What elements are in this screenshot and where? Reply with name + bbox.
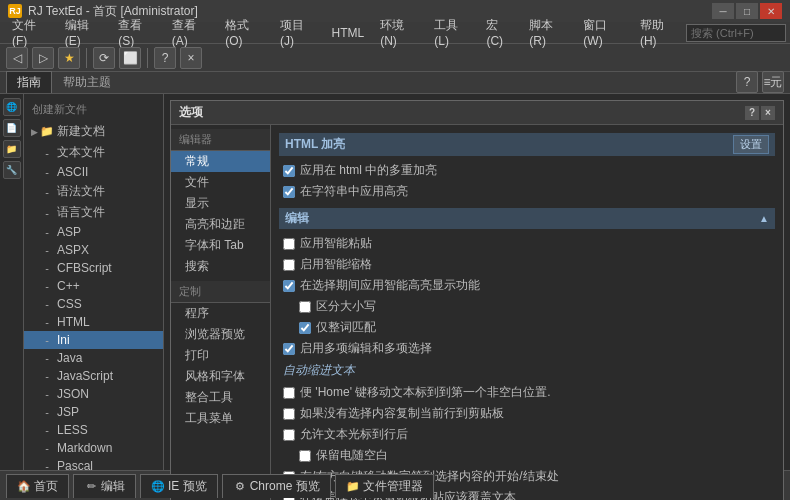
dialog-title-controls: ? × bbox=[745, 106, 775, 120]
dlg-item-file[interactable]: 文件 bbox=[171, 172, 270, 193]
checkbox-html-string[interactable] bbox=[283, 186, 295, 198]
dlg-section-custom: 定制 bbox=[171, 281, 270, 303]
file-icon-ini: - bbox=[40, 333, 54, 347]
check-smart-indent: 启用智能缩格 bbox=[279, 254, 775, 275]
sidebar-item-asp[interactable]: - ASP bbox=[24, 223, 163, 241]
search-input[interactable] bbox=[686, 24, 786, 42]
dlg-item-font-tab[interactable]: 字体和 Tab bbox=[171, 235, 270, 256]
checkbox-smart-indent[interactable] bbox=[283, 259, 295, 271]
sidebar-section-create: 创建新文件 bbox=[24, 98, 163, 121]
menu-view2[interactable]: 查看(A) bbox=[164, 22, 217, 44]
sidebar-item-json[interactable]: - JSON bbox=[24, 385, 163, 403]
sidebar-item-css[interactable]: - CSS bbox=[24, 295, 163, 313]
sidebar-item-cfbscript[interactable]: - CFBScript bbox=[24, 259, 163, 277]
sidebar-item-lang[interactable]: - 语言文件 bbox=[24, 202, 163, 223]
tab-menu-btn[interactable]: ≡元 bbox=[762, 71, 784, 93]
sidebar-item-syntax[interactable]: - 语法文件 bbox=[24, 181, 163, 202]
check-allow-cursor-label: 允许文本光标到行后 bbox=[300, 426, 408, 443]
menu-html[interactable]: HTML bbox=[323, 22, 372, 44]
nav-icon-1[interactable]: 🌐 bbox=[3, 98, 21, 116]
sidebar-item-markdown[interactable]: - Markdown bbox=[24, 439, 163, 457]
menu-view1[interactable]: 查看(S) bbox=[110, 22, 163, 44]
sidebar-item-js[interactable]: - JavaScript bbox=[24, 367, 163, 385]
dlg-item-search[interactable]: 搜索 bbox=[171, 256, 270, 277]
menu-format[interactable]: 格式(O) bbox=[217, 22, 272, 44]
checkbox-smart-highlight[interactable] bbox=[283, 280, 295, 292]
check-smart-paste-label: 应用智能粘贴 bbox=[300, 235, 372, 252]
stop-button[interactable]: ⬜ bbox=[119, 47, 141, 69]
checkbox-multi-edit[interactable] bbox=[283, 343, 295, 355]
sidebar-item-less[interactable]: - LESS bbox=[24, 421, 163, 439]
help-button[interactable]: ? bbox=[154, 47, 176, 69]
nav-icon-3[interactable]: 📁 bbox=[3, 140, 21, 158]
dlg-item-general[interactable]: 常规 bbox=[171, 151, 270, 172]
status-tab-filemanager[interactable]: 📁 文件管理器 bbox=[335, 474, 434, 498]
checkbox-case-sensitive[interactable] bbox=[299, 301, 311, 313]
status-tab-home[interactable]: 🏠 首页 bbox=[6, 474, 69, 498]
sidebar-item-new-doc[interactable]: ▶ 📁 新建文档 bbox=[24, 121, 163, 142]
menu-env[interactable]: 环境(N) bbox=[372, 22, 426, 44]
refresh-button[interactable]: ⟳ bbox=[93, 47, 115, 69]
status-tab-ie[interactable]: 🌐 IE 预览 bbox=[140, 474, 218, 498]
nav-icon-4[interactable]: 🔧 bbox=[3, 161, 21, 179]
sidebar-item-jsp[interactable]: - JSP bbox=[24, 403, 163, 421]
menu-file[interactable]: 文件(F) bbox=[4, 22, 57, 44]
bookmark-button[interactable]: ★ bbox=[58, 47, 80, 69]
menu-window[interactable]: 窗口(W) bbox=[575, 22, 632, 44]
sidebar-item-ini[interactable]: - Ini bbox=[24, 331, 163, 349]
sidebar-item-ascii[interactable]: - ASCII bbox=[24, 163, 163, 181]
checkbox-preserve-ws[interactable] bbox=[299, 450, 311, 462]
dlg-item-display[interactable]: 显示 bbox=[171, 193, 270, 214]
file-icon-cpp: - bbox=[40, 279, 54, 293]
tab-help-btn[interactable]: ? bbox=[736, 71, 758, 93]
menu-macro[interactable]: 宏(C) bbox=[478, 22, 521, 44]
close-button[interactable]: ✕ bbox=[760, 3, 782, 19]
sidebar-item-pascal[interactable]: - Pascal bbox=[24, 457, 163, 470]
dlg-item-browser-preview[interactable]: 浏览器预览 bbox=[171, 324, 270, 345]
checkbox-allow-cursor[interactable] bbox=[283, 429, 295, 441]
back-button[interactable]: ◁ bbox=[6, 47, 28, 69]
menu-tools[interactable]: 工具(L) bbox=[426, 22, 478, 44]
close-panel-button[interactable]: × bbox=[180, 47, 202, 69]
status-tab-edit[interactable]: ✏ 编辑 bbox=[73, 474, 136, 498]
menu-edit[interactable]: 编辑(E) bbox=[57, 22, 110, 44]
sidebar-item-text[interactable]: - 文本文件 bbox=[24, 142, 163, 163]
check-multi-edit: 启用多项编辑和多项选择 bbox=[279, 338, 775, 359]
checkbox-home-key[interactable] bbox=[283, 387, 295, 399]
dialog-help-btn[interactable]: ? bbox=[745, 106, 759, 120]
minimize-button[interactable]: ─ bbox=[712, 3, 734, 19]
dlg-item-print[interactable]: 打印 bbox=[171, 345, 270, 366]
maximize-button[interactable]: □ bbox=[736, 3, 758, 19]
menu-script[interactable]: 脚本(R) bbox=[521, 22, 575, 44]
forward-button[interactable]: ▷ bbox=[32, 47, 54, 69]
checkbox-html-multi[interactable] bbox=[283, 165, 295, 177]
tab-guide[interactable]: 指南 bbox=[6, 71, 52, 93]
left-nav: 🌐 📄 📁 🔧 bbox=[0, 94, 24, 470]
sidebar-item-java[interactable]: - Java bbox=[24, 349, 163, 367]
dlg-item-program[interactable]: 程序 bbox=[171, 303, 270, 324]
menu-help[interactable]: 帮助(H) bbox=[632, 22, 686, 44]
dlg-item-style-font[interactable]: 风格和字体 bbox=[171, 366, 270, 387]
menu-search-area bbox=[686, 24, 786, 42]
settings-button[interactable]: 设置 bbox=[733, 135, 769, 154]
filemanager-icon: 📁 bbox=[346, 479, 360, 493]
sidebar-item-cpp[interactable]: - C++ bbox=[24, 277, 163, 295]
dialog-close-btn[interactable]: × bbox=[761, 106, 775, 120]
menu-project[interactable]: 项目(J) bbox=[272, 22, 324, 44]
check-smart-indent-label: 启用智能缩格 bbox=[300, 256, 372, 273]
checkbox-smart-paste[interactable] bbox=[283, 238, 295, 250]
sidebar-item-aspx[interactable]: - ASPX bbox=[24, 241, 163, 259]
section-html-plus-label: HTML 加亮 bbox=[285, 136, 345, 153]
sidebar-item-html[interactable]: - HTML bbox=[24, 313, 163, 331]
check-case-label: 区分大小写 bbox=[316, 298, 376, 315]
dlg-item-highlight[interactable]: 高亮和边距 bbox=[171, 214, 270, 235]
status-tab-chrome[interactable]: ⚙ Chrome 预览 bbox=[222, 474, 331, 498]
dlg-item-tools-menu[interactable]: 工具菜单 bbox=[171, 408, 270, 429]
file-icon-pascal: - bbox=[40, 459, 54, 470]
home-icon: 🏠 bbox=[17, 479, 31, 493]
checkbox-copy-line[interactable] bbox=[283, 408, 295, 420]
checkbox-whole-word[interactable] bbox=[299, 322, 311, 334]
dlg-item-integration[interactable]: 整合工具 bbox=[171, 387, 270, 408]
tab-help[interactable]: 帮助主题 bbox=[52, 71, 122, 93]
nav-icon-2[interactable]: 📄 bbox=[3, 119, 21, 137]
